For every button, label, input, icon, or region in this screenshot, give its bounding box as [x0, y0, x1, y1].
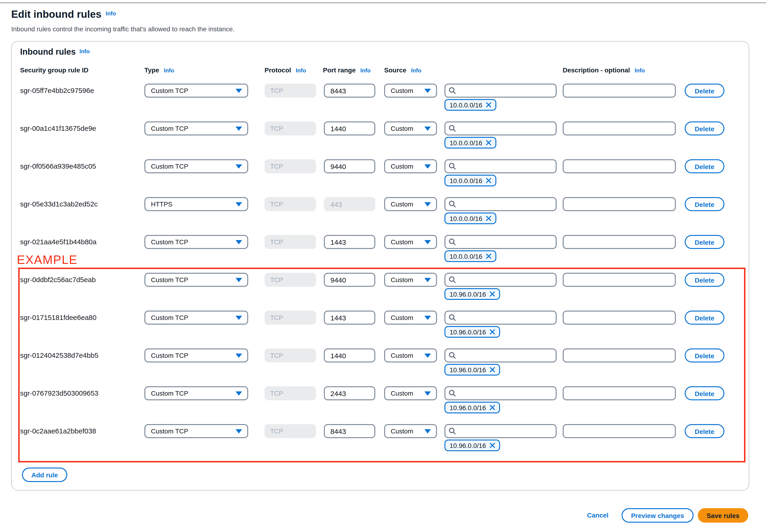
description-input[interactable] — [563, 121, 676, 135]
delete-button[interactable]: Delete — [685, 311, 724, 325]
description-info-link[interactable]: Info — [635, 67, 645, 74]
source-select[interactable]: Custom — [384, 197, 437, 211]
source-select[interactable]: Custom — [384, 84, 437, 98]
source-info-link[interactable]: Info — [411, 67, 421, 74]
cancel-link[interactable]: Cancel — [587, 508, 609, 523]
add-rule-button[interactable]: Add rule — [22, 468, 67, 482]
col-header-rule-id: Security group rule ID — [20, 66, 89, 74]
remove-cidr-icon[interactable] — [486, 215, 492, 221]
remove-cidr-icon[interactable] — [489, 404, 496, 411]
source-search-input[interactable] — [445, 348, 557, 362]
description-input[interactable] — [563, 273, 676, 287]
port-range-info-link[interactable]: Info — [360, 67, 370, 74]
source-search-text[interactable] — [459, 349, 554, 362]
type-select[interactable]: Custom TCP — [144, 159, 248, 173]
source-select[interactable]: Custom — [384, 159, 437, 173]
delete-button[interactable]: Delete — [685, 159, 724, 173]
source-search-text[interactable] — [459, 85, 554, 97]
source-search-input[interactable] — [445, 386, 557, 400]
preview-changes-button[interactable]: Preview changes — [622, 508, 694, 523]
card-heading-info-link[interactable]: Info — [79, 48, 90, 55]
type-select[interactable]: Custom TCP — [144, 273, 248, 287]
port-range-input[interactable] — [324, 273, 375, 287]
source-search-text[interactable] — [459, 274, 554, 286]
source-search-text[interactable] — [459, 160, 554, 172]
delete-button[interactable]: Delete — [685, 121, 724, 135]
description-input[interactable] — [563, 197, 676, 211]
delete-button[interactable]: Delete — [685, 348, 724, 362]
type-info-link[interactable]: Info — [164, 67, 174, 74]
source-search-text[interactable] — [459, 387, 554, 399]
description-input[interactable] — [563, 348, 676, 362]
table-row: sgr-0124042538d7e4bb5 Custom TCP TCP Cus… — [12, 348, 749, 386]
port-range-input[interactable] — [324, 386, 375, 400]
page-title-info-link[interactable]: Info — [106, 10, 116, 17]
delete-button[interactable]: Delete — [685, 84, 724, 98]
chevron-down-icon — [425, 316, 431, 320]
port-range-input[interactable] — [324, 348, 375, 362]
search-icon — [449, 200, 456, 208]
source-search-input[interactable] — [445, 235, 557, 249]
type-select[interactable]: Custom TCP — [144, 121, 248, 135]
protocol-field: TCP — [264, 197, 316, 211]
type-select[interactable]: Custom TCP — [144, 348, 248, 362]
port-range-input[interactable] — [324, 424, 375, 438]
port-range-input[interactable] — [324, 84, 375, 98]
delete-button[interactable]: Delete — [685, 235, 724, 249]
source-select-value: Custom — [391, 87, 413, 94]
source-select[interactable]: Custom — [384, 235, 437, 249]
type-select[interactable]: Custom TCP — [144, 235, 248, 249]
source-select[interactable]: Custom — [384, 424, 437, 438]
source-select-value: Custom — [391, 276, 413, 284]
remove-cidr-icon[interactable] — [486, 140, 492, 146]
source-search-text[interactable] — [459, 312, 554, 324]
remove-cidr-icon[interactable] — [486, 253, 492, 259]
source-select[interactable]: Custom — [384, 121, 437, 135]
source-search-input[interactable] — [445, 424, 557, 438]
top-divider — [0, 2, 766, 3]
remove-cidr-icon[interactable] — [489, 329, 496, 335]
source-select[interactable]: Custom — [384, 386, 437, 400]
source-search-input[interactable] — [445, 197, 557, 211]
port-range-input[interactable] — [324, 159, 375, 173]
source-select-value: Custom — [391, 427, 413, 435]
delete-button[interactable]: Delete — [685, 424, 724, 438]
remove-cidr-icon[interactable] — [489, 442, 496, 448]
source-select[interactable]: Custom — [384, 348, 437, 362]
source-search-input[interactable] — [445, 273, 557, 287]
port-range-input — [324, 197, 375, 211]
source-search-text[interactable] — [459, 198, 554, 210]
type-select[interactable]: Custom TCP — [144, 424, 248, 438]
remove-cidr-icon[interactable] — [486, 102, 492, 108]
source-search-input[interactable] — [445, 84, 557, 98]
type-select[interactable]: Custom TCP — [144, 84, 248, 98]
port-range-input[interactable] — [324, 235, 375, 249]
source-search-input[interactable] — [445, 159, 557, 173]
source-select[interactable]: Custom — [384, 273, 437, 287]
delete-button[interactable]: Delete — [685, 386, 724, 400]
description-input[interactable] — [563, 84, 676, 98]
type-select[interactable]: HTTPS — [144, 197, 248, 211]
source-search-text[interactable] — [459, 236, 554, 248]
source-search-text[interactable] — [459, 425, 554, 437]
description-input[interactable] — [563, 424, 676, 438]
remove-cidr-icon[interactable] — [489, 367, 496, 373]
remove-cidr-icon[interactable] — [489, 291, 496, 297]
save-rules-button[interactable]: Save rules — [698, 508, 748, 523]
description-input[interactable] — [563, 311, 676, 325]
port-range-input[interactable] — [324, 121, 375, 135]
source-search-input[interactable] — [445, 311, 557, 325]
type-select[interactable]: Custom TCP — [144, 311, 248, 325]
type-select[interactable]: Custom TCP — [144, 386, 248, 400]
source-select[interactable]: Custom — [384, 311, 437, 325]
delete-button[interactable]: Delete — [685, 273, 724, 287]
port-range-input[interactable] — [324, 311, 375, 325]
source-search-text[interactable] — [459, 122, 554, 135]
remove-cidr-icon[interactable] — [486, 177, 492, 184]
description-input[interactable] — [563, 159, 676, 173]
protocol-info-link[interactable]: Info — [296, 67, 306, 74]
description-input[interactable] — [563, 386, 676, 400]
delete-button[interactable]: Delete — [685, 197, 724, 211]
source-search-input[interactable] — [445, 121, 557, 135]
description-input[interactable] — [563, 235, 676, 249]
